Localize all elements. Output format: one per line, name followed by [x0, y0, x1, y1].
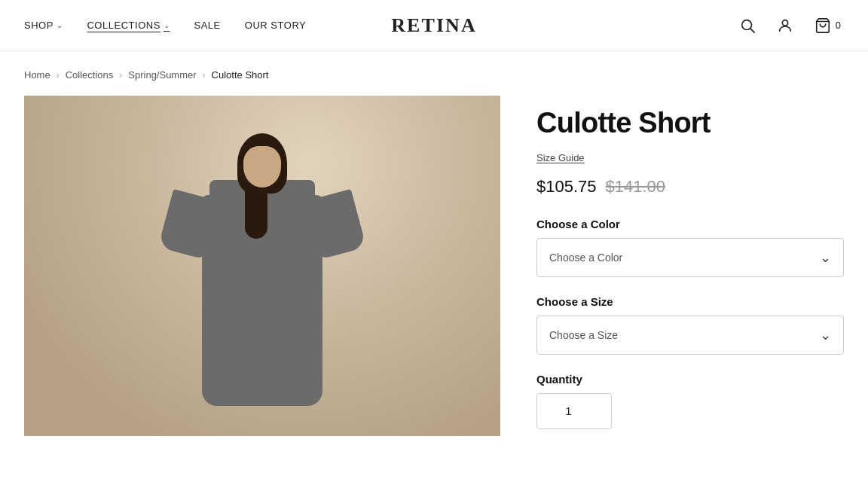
breadcrumb: Home › Collections › Spring/Summer › Cul…: [0, 51, 868, 90]
site-header: SHOP ⌄ COLLECTIONS ⌄ SALE OUR STORY RETI…: [0, 0, 868, 51]
model-figure: [164, 120, 360, 436]
color-dropdown-text: Choose a Color: [549, 252, 622, 264]
quantity-label: Quantity: [536, 373, 844, 386]
nav-collections[interactable]: COLLECTIONS ⌄: [87, 20, 170, 31]
account-button[interactable]: [774, 14, 796, 37]
svg-point-2: [782, 20, 787, 25]
size-dropdown-chevron-icon: ⌄: [820, 327, 831, 343]
breadcrumb-sep-2: ›: [119, 70, 122, 81]
shop-chevron-icon: ⌄: [57, 21, 63, 29]
breadcrumb-sep-3: ›: [203, 70, 206, 81]
search-button[interactable]: [736, 14, 759, 37]
price-current: $105.75: [536, 177, 597, 197]
size-label: Choose a Size: [536, 295, 844, 308]
size-dropdown[interactable]: Choose a Size ⌄: [536, 316, 844, 355]
color-dropdown-chevron-icon: ⌄: [820, 249, 831, 266]
size-dropdown-text: Choose a Size: [549, 329, 618, 341]
product-title: Culotte Short: [536, 108, 844, 139]
site-logo[interactable]: RETINA: [391, 14, 477, 37]
main-content: Culotte Short Size Guide $105.75 $141.00…: [0, 90, 868, 460]
breadcrumb-current: Culotte Short: [212, 69, 269, 81]
svg-line-1: [750, 29, 754, 32]
nav-our-story[interactable]: OUR STORY: [245, 20, 307, 31]
product-image: [24, 96, 500, 436]
price-row: $105.75 $141.00: [536, 177, 844, 197]
main-nav: SHOP ⌄ COLLECTIONS ⌄ SALE OUR STORY: [24, 20, 306, 31]
nav-shop[interactable]: SHOP ⌄: [24, 20, 63, 31]
breadcrumb-home[interactable]: Home: [24, 69, 50, 81]
breadcrumb-spring-summer[interactable]: Spring/Summer: [128, 69, 196, 81]
cart-button[interactable]: 0: [811, 14, 844, 37]
color-dropdown[interactable]: Choose a Color ⌄: [536, 238, 844, 277]
cart-count: 0: [836, 20, 841, 31]
nav-sale[interactable]: SALE: [194, 20, 220, 31]
collections-chevron-icon: ⌄: [164, 21, 170, 29]
size-guide-link[interactable]: Size Guide: [536, 152, 585, 163]
color-label: Choose a Color: [536, 218, 844, 230]
quantity-input[interactable]: [536, 393, 612, 429]
breadcrumb-collections[interactable]: Collections: [66, 69, 114, 81]
price-original: $141.00: [606, 177, 666, 197]
header-icons: 0: [736, 14, 844, 37]
product-details: Culotte Short Size Guide $105.75 $141.00…: [536, 96, 844, 436]
breadcrumb-sep-1: ›: [57, 70, 60, 81]
